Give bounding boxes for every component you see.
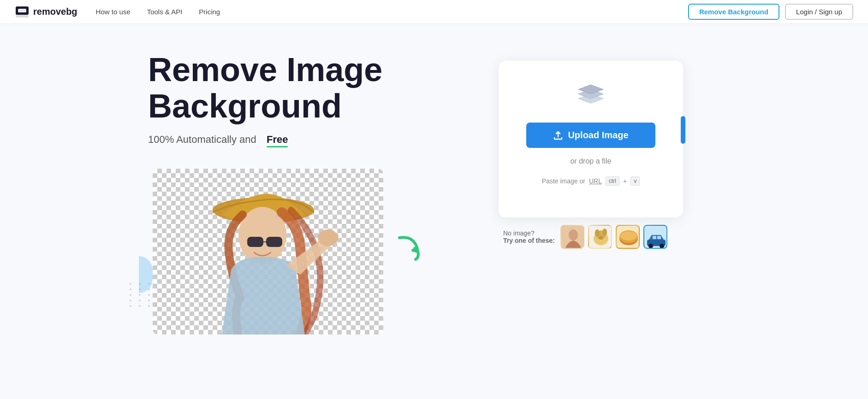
left-side: Remove Image Background 100% Automatical… (148, 52, 471, 334)
paste-prefix-label: Paste image or (542, 177, 585, 185)
sample-row: No image? Try one of these: (499, 225, 683, 249)
nav-how-to-use[interactable]: How to use (96, 8, 131, 16)
paste-url-link[interactable]: URL (589, 177, 602, 185)
kbd-plus-label: + (623, 177, 627, 185)
nav-pricing[interactable]: Pricing (199, 8, 220, 16)
kbd-v: v (630, 176, 640, 186)
kbd-ctrl: ctrl (606, 176, 619, 186)
layers-icon (575, 79, 607, 107)
sample-thumb-dog[interactable] (588, 225, 612, 249)
hero-subtitle: 100% Automatically and Free (148, 134, 471, 146)
nav-actions: Remove Background Login / Sign up (688, 4, 853, 20)
hero-image-area (148, 164, 388, 334)
svg-rect-2 (18, 9, 26, 12)
sample-images (560, 225, 667, 249)
svg-point-8 (318, 229, 338, 246)
svg-point-16 (599, 236, 603, 240)
remove-bg-button[interactable]: Remove Background (688, 4, 779, 20)
svg-rect-24 (657, 236, 661, 239)
paste-row: Paste image or URL ctrl + v (542, 176, 640, 186)
sample-thumb-car[interactable] (643, 225, 667, 249)
svg-point-15 (602, 229, 607, 236)
upload-panel: Upload Image or drop a file Paste image … (499, 61, 683, 217)
upload-image-button[interactable]: Upload Image (526, 123, 655, 148)
nav-links: How to use Tools & API Pricing (96, 8, 688, 16)
green-arrow-decoration (392, 231, 429, 268)
svg-rect-5 (247, 237, 263, 247)
svg-rect-6 (266, 237, 282, 247)
svg-point-10 (569, 229, 578, 241)
upload-icon (553, 130, 563, 141)
hero-free-label: Free (267, 134, 288, 146)
login-signup-button[interactable]: Login / Sign up (785, 4, 853, 20)
logo-text: removebg (33, 6, 77, 17)
logo-link[interactable]: removebg (15, 5, 77, 19)
main-container: Remove Image Background 100% Automatical… (111, 24, 757, 334)
svg-rect-23 (653, 236, 656, 239)
upload-icon-container (575, 79, 607, 109)
hero-title: Remove Image Background (148, 52, 471, 124)
right-accent-bar (681, 116, 685, 144)
right-side: Upload Image or drop a file Paste image … (499, 61, 683, 249)
svg-point-26 (660, 244, 664, 248)
sample-thumb-bread[interactable] (616, 225, 640, 249)
nav-tools-api[interactable]: Tools & API (147, 8, 183, 16)
sample-label: No image? Try one of these: (503, 229, 555, 244)
svg-point-20 (620, 231, 637, 241)
sample-thumb-person[interactable] (560, 225, 584, 249)
svg-point-14 (595, 229, 600, 237)
svg-point-25 (648, 244, 653, 248)
hero-person-image (162, 169, 365, 334)
logo-icon (15, 5, 30, 19)
drop-file-label: or drop a file (571, 157, 612, 165)
navbar: removebg How to use Tools & API Pricing … (0, 0, 868, 24)
